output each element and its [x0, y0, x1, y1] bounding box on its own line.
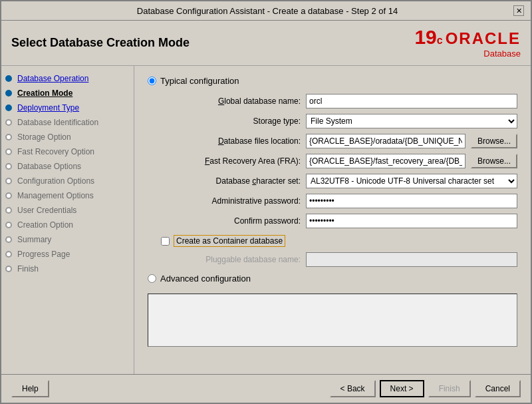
- sidebar-dot: [5, 266, 12, 272]
- confirm-pwd-input[interactable]: [306, 214, 517, 228]
- header: Select Database Creation Mode 19c ORACLE…: [1, 21, 531, 66]
- typical-config-radio[interactable]: [148, 77, 156, 85]
- fast-recovery-row: Fast Recovery Area (FRA): Browse...: [161, 154, 517, 168]
- window-title: Database Configuration Assistant - Creat…: [21, 6, 513, 16]
- sidebar-item-creation-mode[interactable]: Creation Mode: [1, 86, 134, 101]
- sidebar-dot: [5, 192, 12, 199]
- oracle-name: ORACLE: [446, 31, 521, 47]
- storage-type-row: Storage type: File System ASM: [161, 114, 517, 128]
- oracle-c: c: [437, 35, 443, 46]
- next-button[interactable]: Next >: [380, 380, 424, 397]
- oracle-sub: Database: [483, 49, 521, 59]
- db-charset-row: Database character set: AL32UTF8 - Unico…: [161, 174, 517, 188]
- db-charset-label: Database character set:: [161, 176, 301, 186]
- cancel-button[interactable]: Cancel: [475, 380, 521, 397]
- pluggable-db-row: Pluggable database name:: [161, 252, 517, 267]
- oracle-logo: 19c ORACLE Database: [414, 27, 521, 59]
- footer-nav-buttons: < Back Next > Finish Cancel: [330, 380, 521, 397]
- pluggable-db-label: Pluggable database name:: [161, 255, 301, 264]
- content-area: Typical configuration Global database na…: [134, 66, 531, 374]
- sidebar-dot: [5, 236, 12, 243]
- container-db-label[interactable]: Create as Container database: [174, 235, 285, 247]
- db-files-location-label: Database files location:: [161, 136, 301, 146]
- admin-pwd-input[interactable]: [306, 194, 517, 208]
- sidebar-dot: [5, 207, 12, 214]
- advanced-config-radio[interactable]: [148, 274, 156, 283]
- back-button[interactable]: < Back: [330, 380, 376, 397]
- sidebar-item-fast-recovery-option: Fast Recovery Option: [1, 144, 134, 159]
- sidebar: Database Operation Creation Mode Deploym…: [1, 66, 134, 374]
- form-table: Global database name: Storage type: File…: [161, 94, 517, 228]
- footer: Help < Back Next > Finish Cancel: [1, 374, 531, 403]
- sidebar-dot: [5, 90, 12, 97]
- main-content: Database Operation Creation Mode Deploym…: [1, 66, 531, 374]
- storage-type-label: Storage type:: [161, 116, 301, 126]
- sidebar-item-configuration-options: Configuration Options: [1, 174, 134, 188]
- fast-recovery-label: Fast Recovery Area (FRA):: [161, 156, 301, 166]
- global-db-name-row: Global database name:: [161, 94, 517, 108]
- sidebar-dot: [5, 178, 12, 184]
- global-db-name-input[interactable]: [306, 94, 517, 108]
- advanced-config-label[interactable]: Advanced configuration: [160, 274, 251, 284]
- sidebar-item-database-identification: Database Identification: [1, 115, 134, 130]
- sidebar-dot: [5, 75, 12, 82]
- help-button[interactable]: Help: [11, 380, 49, 397]
- page-title: Select Database Creation Mode: [11, 36, 190, 50]
- advanced-config-radio-row: Advanced configuration: [148, 274, 517, 284]
- admin-pwd-row: Administrative password:: [161, 194, 517, 208]
- sidebar-dot: [5, 251, 12, 258]
- close-button[interactable]: ✕: [513, 5, 524, 16]
- container-db-row: Create as Container database: [161, 235, 517, 247]
- confirm-pwd-row: Confirm password:: [161, 214, 517, 228]
- global-db-name-label: Global database name:: [161, 97, 301, 106]
- finish-button[interactable]: Finish: [428, 380, 471, 397]
- typical-config-radio-row: Typical configuration: [148, 76, 517, 86]
- sidebar-item-user-credentials: User Credentials: [1, 203, 134, 218]
- oracle-brand: 19c ORACLE: [414, 27, 521, 47]
- sidebar-item-storage-option: Storage Option: [1, 130, 134, 144]
- sidebar-dot: [5, 119, 12, 126]
- admin-pwd-label: Administrative password:: [161, 196, 301, 206]
- sidebar-dot: [5, 163, 12, 170]
- sidebar-item-summary: Summary: [1, 232, 134, 247]
- browse-fast-recovery-button[interactable]: Browse...: [471, 154, 517, 168]
- main-window: Database Configuration Assistant - Creat…: [0, 0, 532, 404]
- pluggable-db-input[interactable]: [306, 252, 517, 267]
- storage-type-select[interactable]: File System ASM: [306, 114, 517, 128]
- oracle-19: 19: [414, 27, 436, 47]
- sidebar-dot: [5, 104, 12, 111]
- sidebar-item-finish: Finish: [1, 262, 134, 276]
- container-db-checkbox[interactable]: [161, 237, 170, 246]
- browse-db-files-button[interactable]: Browse...: [471, 134, 517, 148]
- db-charset-select[interactable]: AL32UTF8 - Unicode UTF-8 Universal chara…: [306, 174, 517, 188]
- sidebar-dot: [5, 148, 12, 155]
- typical-config-label[interactable]: Typical configuration: [160, 76, 239, 86]
- sidebar-item-database-operation[interactable]: Database Operation: [1, 71, 134, 86]
- fast-recovery-input[interactable]: [306, 154, 466, 168]
- db-files-location-input[interactable]: [306, 134, 466, 148]
- info-text-area: [148, 294, 517, 347]
- sidebar-item-database-options: Database Options: [1, 159, 134, 174]
- sidebar-dot: [5, 222, 12, 228]
- sidebar-item-creation-option: Creation Option: [1, 218, 134, 232]
- confirm-pwd-label: Confirm password:: [161, 216, 301, 226]
- sidebar-item-management-options: Management Options: [1, 188, 134, 203]
- title-bar: Database Configuration Assistant - Creat…: [1, 1, 531, 21]
- sidebar-dot: [5, 134, 12, 140]
- sidebar-item-deployment-type[interactable]: Deployment Type: [1, 101, 134, 115]
- db-files-location-row: Database files location: Browse...: [161, 134, 517, 148]
- sidebar-item-progress-page: Progress Page: [1, 247, 134, 262]
